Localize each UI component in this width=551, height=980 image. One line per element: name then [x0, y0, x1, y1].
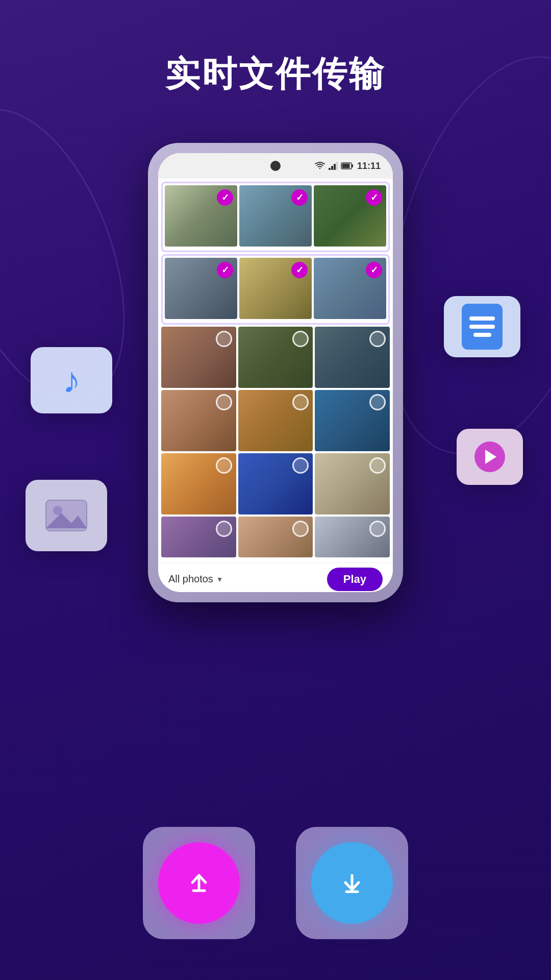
image-card [26, 480, 107, 551]
doc-line-2 [469, 325, 495, 329]
svg-rect-6 [336, 162, 338, 170]
download-arrow-icon [334, 865, 370, 901]
photo-cell-10[interactable] [161, 390, 236, 451]
play-button[interactable]: Play [327, 568, 383, 591]
photo-row-2-container: ✓ ✓ ✓ [161, 254, 390, 325]
photo-cell-12[interactable] [315, 390, 390, 451]
select-circle-13 [216, 457, 232, 474]
photo-cell-3[interactable]: ✓ [314, 185, 386, 247]
svg-rect-4 [331, 166, 333, 170]
wifi-icon [314, 162, 325, 170]
doc-line-3 [473, 333, 491, 337]
select-circle-8 [292, 331, 309, 347]
music-note-icon: ♪ [63, 360, 81, 401]
select-circle-16 [216, 521, 232, 537]
check-mark-3: ✓ [366, 189, 382, 206]
page-title: 实时文件传输 [0, 51, 551, 97]
photo-cell-8[interactable] [238, 327, 313, 388]
photo-cell-2[interactable]: ✓ [239, 185, 312, 247]
photo-row-5 [161, 453, 390, 514]
photo-cell-15[interactable] [315, 453, 390, 514]
svg-rect-9 [342, 164, 349, 168]
signal-icon [329, 162, 338, 170]
phone-bottom-bar: All photos ▼ Play [158, 562, 393, 592]
photo-row-1: ✓ ✓ ✓ [165, 185, 386, 247]
music-card: ♪ [31, 347, 112, 413]
photo-row-3 [161, 327, 390, 388]
photo-cell-14[interactable] [238, 453, 313, 514]
check-mark-5: ✓ [291, 262, 308, 278]
select-circle-9 [369, 331, 386, 347]
photo-cell-13[interactable] [161, 453, 236, 514]
photo-cell-18[interactable] [315, 517, 390, 557]
photo-cell-5[interactable]: ✓ [239, 258, 312, 319]
photo-cell-6[interactable]: ✓ [314, 258, 386, 319]
play-icon [474, 442, 505, 472]
check-mark-1: ✓ [217, 189, 233, 206]
select-circle-11 [292, 394, 309, 410]
chevron-down-icon: ▼ [216, 575, 223, 583]
all-photos-dropdown[interactable]: All photos ▼ [168, 573, 223, 585]
photo-cell-16[interactable] [161, 517, 236, 557]
check-mark-6: ✓ [366, 262, 382, 278]
svg-rect-3 [329, 168, 331, 170]
image-icon [41, 490, 92, 541]
check-mark-4: ✓ [217, 262, 233, 278]
battery-icon [341, 162, 354, 170]
download-button[interactable] [311, 842, 393, 924]
action-buttons-container [0, 827, 551, 939]
status-icons: 11:11 [314, 161, 381, 172]
upload-card [143, 827, 255, 939]
phone-screen: 11:11 ✓ ✓ ✓ [158, 153, 393, 592]
photo-cell-17[interactable] [238, 517, 313, 557]
svg-rect-8 [352, 164, 353, 167]
phone-shell: 11:11 ✓ ✓ ✓ [148, 143, 403, 602]
select-circle-12 [369, 394, 386, 410]
select-circle-7 [216, 331, 232, 347]
document-card [444, 296, 520, 357]
photo-row-4 [161, 390, 390, 451]
image-svg [43, 495, 89, 536]
photo-cell-9[interactable] [315, 327, 390, 388]
photo-cell-4[interactable]: ✓ [165, 258, 237, 319]
play-triangle [485, 450, 496, 464]
photo-cell-11[interactable] [238, 390, 313, 451]
svg-rect-5 [334, 164, 336, 170]
select-circle-17 [292, 521, 309, 537]
status-bar: 11:11 [158, 153, 393, 179]
upload-button[interactable] [158, 842, 240, 924]
phone-mockup: 11:11 ✓ ✓ ✓ [148, 143, 403, 602]
photo-cell-1[interactable]: ✓ [165, 185, 237, 247]
select-circle-18 [369, 521, 386, 537]
photo-grid: ✓ ✓ ✓ ✓ [158, 179, 393, 562]
select-circle-15 [369, 457, 386, 474]
photo-row-6 [161, 517, 390, 557]
camera-notch [270, 161, 281, 171]
select-circle-10 [216, 394, 232, 410]
video-card [457, 429, 523, 485]
photo-row-1-container: ✓ ✓ ✓ [161, 182, 390, 252]
all-photos-label: All photos [168, 573, 213, 585]
doc-line-1 [469, 316, 495, 321]
photo-cell-7[interactable] [161, 327, 236, 388]
download-card [296, 827, 408, 939]
photo-row-2: ✓ ✓ ✓ [165, 258, 386, 319]
check-mark-2: ✓ [291, 189, 308, 206]
status-time: 11:11 [357, 161, 381, 172]
select-circle-14 [292, 457, 309, 474]
upload-arrow-icon [181, 865, 217, 901]
document-icon [462, 304, 503, 350]
